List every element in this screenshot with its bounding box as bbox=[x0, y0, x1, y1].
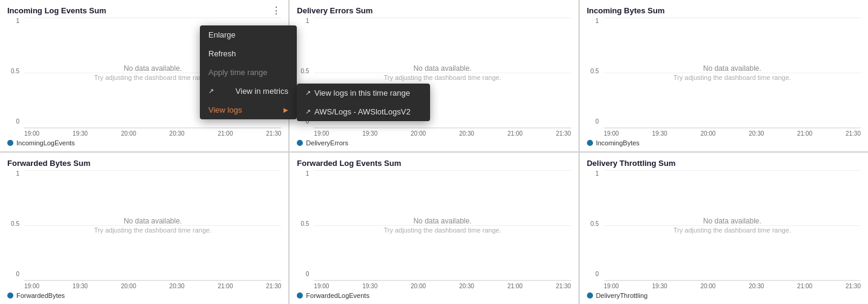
x-label: 21:00 bbox=[797, 283, 812, 289]
chart-content: No data available. Try adjusting the das… bbox=[314, 170, 571, 289]
y-label-0: 0 bbox=[587, 118, 601, 125]
chart-content: No data available. Try adjusting the das… bbox=[604, 18, 861, 137]
y-label-1: 1 bbox=[587, 170, 601, 177]
x-label: 20:00 bbox=[700, 130, 715, 137]
no-data-area: No data available. Try adjusting the das… bbox=[24, 170, 281, 281]
no-data-sub: Try adjusting the dashboard time range. bbox=[94, 74, 211, 81]
no-data-sub: Try adjusting the dashboard time range. bbox=[674, 226, 791, 234]
x-label: 21:30 bbox=[266, 283, 281, 289]
external-link-icon: ↗ bbox=[305, 89, 311, 97]
no-data-sub: Try adjusting the dashboard time range. bbox=[674, 74, 791, 81]
grid-lines bbox=[604, 170, 861, 280]
legend: IncomingLogEvents bbox=[7, 139, 281, 147]
refresh-label: Refresh bbox=[208, 49, 236, 58]
chart-area: 1 0.5 0 No data available. Try adjusting… bbox=[7, 170, 281, 289]
y-axis: 1 0.5 0 bbox=[587, 170, 601, 277]
legend-dot bbox=[297, 140, 303, 146]
x-label: 20:30 bbox=[749, 130, 764, 137]
x-label: 20:30 bbox=[170, 283, 185, 289]
legend-label: DeliveryErrors bbox=[306, 139, 348, 147]
menu-item-apply-time-range: Apply time range bbox=[200, 63, 297, 82]
no-data-text: No data available. bbox=[703, 64, 761, 73]
y-axis: 1 0.5 0 bbox=[7, 170, 22, 277]
x-label: 19:30 bbox=[652, 283, 668, 289]
x-axis: 19:00 19:30 20:00 20:30 21:00 21:30 bbox=[604, 283, 861, 289]
chart-area: 1 0.5 0 No data available. Try adjusting… bbox=[587, 18, 861, 137]
chart-content: No data available. Try adjusting the das… bbox=[24, 170, 281, 289]
menu-item-view-logs[interactable]: View logs ▶ bbox=[200, 101, 297, 119]
x-label: 19:30 bbox=[73, 283, 88, 289]
y-axis: 1 0.5 0 bbox=[297, 170, 311, 277]
y-axis: 1 0.5 0 bbox=[587, 18, 601, 125]
chart-content: No data available. Try adjusting the das… bbox=[604, 170, 861, 289]
panel-menu-button[interactable]: ⋮ bbox=[269, 5, 283, 17]
no-data-area: No data available. Try adjusting the das… bbox=[314, 170, 571, 281]
dashboard: Incoming Log Events Sum ⋮ 1 0.5 0 No dat… bbox=[0, 0, 868, 304]
x-label: 19:30 bbox=[362, 130, 377, 137]
grid-line bbox=[314, 280, 571, 280]
x-label: 20:30 bbox=[459, 283, 474, 289]
panel-forwarded-bytes: Forwarded Bytes Sum 1 0.5 0 No data avai… bbox=[0, 153, 288, 304]
no-data-area: No data available. Try adjusting the das… bbox=[604, 18, 861, 128]
grid-line bbox=[314, 18, 571, 18]
x-axis: 19:00 19:30 20:00 20:30 21:00 21:30 bbox=[604, 130, 861, 137]
x-label: 20:00 bbox=[411, 130, 426, 137]
grid-line bbox=[24, 127, 281, 128]
no-data-text: No data available. bbox=[124, 64, 182, 73]
grid-line bbox=[314, 127, 571, 128]
y-label-1: 1 bbox=[587, 18, 601, 24]
y-label-0: 0 bbox=[297, 271, 311, 277]
view-logs-label: View logs bbox=[208, 105, 242, 114]
x-label: 21:00 bbox=[217, 283, 233, 289]
x-label: 19:00 bbox=[314, 130, 329, 137]
legend: ForwardedLogEvents bbox=[297, 292, 571, 299]
aws-logs-label: AWS/Logs - AWSlotLogsV2 bbox=[314, 107, 411, 116]
x-label: 21:30 bbox=[846, 130, 861, 137]
x-label: 20:00 bbox=[411, 283, 426, 289]
grid-line bbox=[604, 170, 861, 171]
chart-area: 1 0.5 0 No data available. Try adjusting… bbox=[297, 170, 571, 289]
no-data-sub: Try adjusting the dashboard time range. bbox=[383, 226, 501, 234]
y-label-05: 0.5 bbox=[297, 220, 311, 227]
x-label: 19:30 bbox=[362, 283, 377, 289]
x-label: 21:30 bbox=[556, 130, 571, 137]
y-label-0: 0 bbox=[587, 271, 601, 277]
no-data-area: No data available. Try adjusting the das… bbox=[604, 170, 861, 281]
x-label: 20:30 bbox=[170, 130, 185, 137]
legend-label: DeliveryThrottling bbox=[596, 292, 648, 299]
x-axis: 19:00 19:30 20:00 20:30 21:00 21:30 bbox=[314, 130, 571, 137]
grid-line bbox=[604, 280, 861, 280]
submenu-item-aws-logs[interactable]: ↗ AWS/Logs - AWSlotLogsV2 bbox=[297, 102, 430, 121]
chart-area: 1 0.5 0 No data available. Try adjusting… bbox=[587, 170, 861, 289]
x-label: 20:30 bbox=[459, 130, 474, 137]
menu-item-enlarge[interactable]: Enlarge bbox=[200, 25, 297, 44]
y-axis: 1 0.5 0 bbox=[7, 18, 22, 125]
menu-item-refresh[interactable]: Refresh bbox=[200, 44, 297, 63]
x-label: 21:30 bbox=[846, 283, 861, 289]
panel-title-delivery-errors: Delivery Errors Sum bbox=[297, 6, 571, 15]
legend-label: ForwardedLogEvents bbox=[306, 292, 369, 299]
no-data-text: No data available. bbox=[124, 217, 182, 225]
x-axis: 19:00 19:30 20:00 20:30 21:00 21:30 bbox=[24, 130, 281, 137]
x-label: 19:00 bbox=[24, 130, 39, 137]
grid-line bbox=[604, 18, 861, 18]
x-label: 21:00 bbox=[508, 130, 523, 137]
no-data-sub: Try adjusting the dashboard time range. bbox=[383, 74, 501, 81]
x-label: 21:30 bbox=[556, 283, 571, 289]
legend-label: ForwardedBytes bbox=[16, 292, 65, 299]
panel-incoming-bytes: Incoming Bytes Sum 1 0.5 0 No data avail… bbox=[580, 0, 868, 151]
x-axis: 19:00 19:30 20:00 20:30 21:00 21:30 bbox=[314, 283, 571, 289]
view-in-metrics-label: View in metrics bbox=[236, 87, 288, 96]
menu-item-view-in-metrics[interactable]: ↗ View in metrics bbox=[200, 82, 297, 101]
x-label: 19:00 bbox=[604, 283, 619, 289]
chevron-right-icon: ▶ bbox=[283, 107, 288, 113]
view-logs-time-range-label: View logs in this time range bbox=[314, 88, 410, 97]
submenu-item-view-logs-time-range[interactable]: ↗ View logs in this time range bbox=[297, 84, 430, 102]
x-label: 19:30 bbox=[652, 130, 668, 137]
grid-line bbox=[24, 280, 281, 280]
grid-lines bbox=[314, 170, 571, 280]
panel-title-forwarded-log-events: Forwarded Log Events Sum bbox=[297, 159, 571, 168]
x-label: 21:00 bbox=[508, 283, 523, 289]
legend-dot bbox=[7, 292, 13, 299]
y-label-05: 0.5 bbox=[587, 68, 601, 74]
